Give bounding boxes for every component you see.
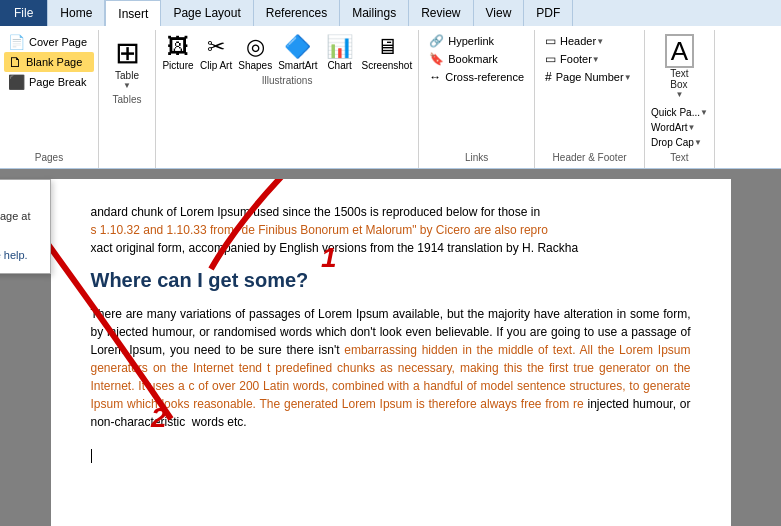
shapes-icon: ◎ (246, 34, 265, 60)
page-number-icon: # (545, 70, 552, 84)
text-group: A TextBox ▼ Quick Pa... ▼ WordArt ▼ Drop… (645, 30, 715, 168)
clip-art-icon: ✂ (207, 34, 225, 60)
smart-art-icon: 🔷 (284, 34, 311, 60)
header-footer-group: ▭ Header ▼ ▭ Footer ▼ # Page Number ▼ He… (535, 30, 645, 168)
bookmark-icon: 🔖 (429, 52, 444, 66)
illustrations-group-label: Illustrations (262, 73, 313, 89)
footer-dropdown: ▼ (592, 55, 600, 64)
page-number-dropdown: ▼ (624, 73, 632, 82)
tables-group-label: Tables (113, 92, 142, 108)
doc-heading: Where can I get some? (91, 265, 691, 295)
drop-cap-button[interactable]: Drop Cap ▼ (649, 135, 710, 150)
cross-reference-button[interactable]: ↔ Cross-reference (427, 68, 526, 86)
illustrations-group: 🖼 Picture ✂ Clip Art ◎ Shapes 🔷 SmartArt… (156, 30, 419, 168)
header-dropdown: ▼ (596, 37, 604, 46)
blank-page-icon: 🗋 (8, 54, 22, 70)
cursor-line (91, 447, 691, 465)
table-icon: ⊞ (115, 38, 140, 68)
doc-paragraph-2: There are many variations of passages of… (91, 305, 691, 431)
picture-icon: 🖼 (167, 34, 189, 60)
tab-mailings[interactable]: Mailings (340, 0, 409, 26)
illustrations-items: 🖼 Picture ✂ Clip Art ◎ Shapes 🔷 SmartArt… (160, 32, 414, 73)
chart-icon: 📊 (326, 34, 353, 60)
tab-review[interactable]: Review (409, 0, 473, 26)
links-group: 🔗 Hyperlink 🔖 Bookmark ↔ Cross-reference… (419, 30, 535, 168)
app-container: File Home Insert Page Layout References … (0, 0, 781, 526)
pages-group-label: Pages (4, 150, 94, 166)
smart-art-button[interactable]: 🔷 SmartArt (276, 32, 319, 73)
cover-page-icon: 📄 (8, 34, 25, 50)
footer-icon: ▭ (545, 52, 556, 66)
tab-pdf[interactable]: PDF (524, 0, 573, 26)
tooltip-help: ? Press F1 for more help. (0, 245, 40, 265)
bookmark-button[interactable]: 🔖 Bookmark (427, 50, 526, 68)
tab-file[interactable]: File (0, 0, 48, 26)
document-area: Blank Page Insert a new blank page at th… (0, 169, 781, 526)
hyperlink-icon: 🔗 (429, 34, 444, 48)
header-icon: ▭ (545, 34, 556, 48)
hyperlink-button[interactable]: 🔗 Hyperlink (427, 32, 526, 50)
page-break-button[interactable]: ⬛ Page Break (4, 72, 94, 92)
tab-references[interactable]: References (254, 0, 340, 26)
clip-art-button[interactable]: ✂ Clip Art (198, 32, 234, 73)
word-art-button[interactable]: WordArt ▼ (649, 120, 710, 135)
chart-button[interactable]: 📊 Chart (322, 32, 358, 73)
text-cursor (91, 449, 92, 463)
blank-page-tooltip: Blank Page Insert a new blank page at th… (0, 179, 51, 274)
tooltip-body: Insert a new blank page at the cursor po… (0, 209, 40, 240)
blank-page-button[interactable]: 🗋 Blank Page (4, 52, 94, 72)
tooltip-title: Blank Page (0, 188, 40, 205)
tables-group: ⊞ Table ▼ Tables (99, 30, 156, 168)
quick-parts-button[interactable]: Quick Pa... ▼ (649, 105, 710, 120)
cover-page-button[interactable]: 📄 Cover Page (4, 32, 94, 52)
page-number-button[interactable]: # Page Number ▼ (543, 68, 636, 86)
doc-paragraph-1: andard chunk of Lorem Ipsum used since t… (91, 203, 691, 257)
picture-button[interactable]: 🖼 Picture (160, 32, 196, 73)
page-break-icon: ⬛ (8, 74, 25, 90)
screenshot-icon: 🖥 (376, 34, 398, 60)
screenshot-button[interactable]: 🖥 Screenshot (360, 32, 415, 73)
table-dropdown-arrow: ▼ (123, 81, 131, 90)
text-box-button[interactable]: A TextBox ▼ (649, 32, 710, 101)
tab-home[interactable]: Home (48, 0, 105, 26)
document-page: Blank Page Insert a new blank page at th… (51, 179, 731, 526)
ribbon: 📄 Cover Page 🗋 Blank Page ⬛ Page Break P… (0, 26, 781, 169)
tab-view[interactable]: View (474, 0, 525, 26)
shapes-button[interactable]: ◎ Shapes (236, 32, 274, 73)
textbox-dropdown: ▼ (676, 90, 684, 99)
header-button[interactable]: ▭ Header ▼ (543, 32, 636, 50)
footer-button[interactable]: ▭ Footer ▼ (543, 50, 636, 68)
tab-page-layout[interactable]: Page Layout (161, 0, 253, 26)
cross-reference-icon: ↔ (429, 70, 441, 84)
tab-insert[interactable]: Insert (105, 0, 161, 26)
pages-group: 📄 Cover Page 🗋 Blank Page ⬛ Page Break P… (0, 30, 99, 168)
text-box-icon: A (665, 34, 694, 68)
tab-row: File Home Insert Page Layout References … (0, 0, 781, 26)
header-footer-group-label: Header & Footer (543, 150, 636, 166)
links-group-label: Links (427, 150, 526, 166)
text-group-label: Text (649, 150, 710, 166)
table-button[interactable]: ⊞ Table ▼ (107, 36, 147, 92)
